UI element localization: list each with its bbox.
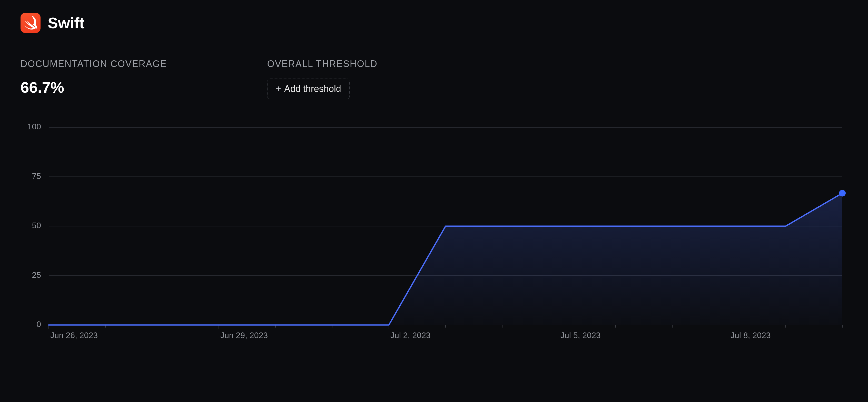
- x-tick-label: Jun 26, 2023: [50, 331, 98, 340]
- y-tick-label: 100: [27, 122, 41, 131]
- x-tick-label: Jul 2, 2023: [391, 331, 431, 340]
- y-tick-label: 25: [32, 270, 41, 280]
- y-tick-label: 75: [32, 171, 41, 181]
- threshold-label: OVERALL THRESHOLD: [267, 59, 378, 69]
- coverage-value: 66.7%: [21, 79, 167, 96]
- series-end-dot[interactable]: [839, 190, 846, 196]
- chart-svg: 0255075100Jun 26, 2023Jun 29, 2023Jul 2,…: [21, 122, 847, 348]
- swift-icon: [21, 13, 40, 33]
- coverage-label: DOCUMENTATION COVERAGE: [21, 59, 167, 69]
- panel-header: Swift: [21, 13, 847, 33]
- y-tick-label: 0: [36, 320, 41, 329]
- stats-row: DOCUMENTATION COVERAGE 66.7% OVERALL THR…: [21, 59, 847, 99]
- x-tick-label: Jul 5, 2023: [560, 331, 601, 340]
- plus-icon: +: [276, 84, 281, 93]
- coverage-chart: 0255075100Jun 26, 2023Jun 29, 2023Jul 2,…: [21, 122, 847, 348]
- y-tick-label: 50: [32, 221, 41, 230]
- add-threshold-label: Add threshold: [284, 83, 341, 94]
- dashboard-panel: Swift DOCUMENTATION COVERAGE 66.7% OVERA…: [0, 0, 868, 358]
- chart-area: [49, 193, 842, 325]
- x-tick-label: Jun 29, 2023: [220, 331, 268, 340]
- panel-title: Swift: [48, 14, 84, 32]
- add-threshold-button[interactable]: + Add threshold: [267, 79, 350, 99]
- coverage-stat: DOCUMENTATION COVERAGE 66.7%: [21, 59, 208, 96]
- x-tick-label: Jul 8, 2023: [731, 331, 771, 340]
- threshold-stat: OVERALL THRESHOLD + Add threshold: [208, 59, 378, 99]
